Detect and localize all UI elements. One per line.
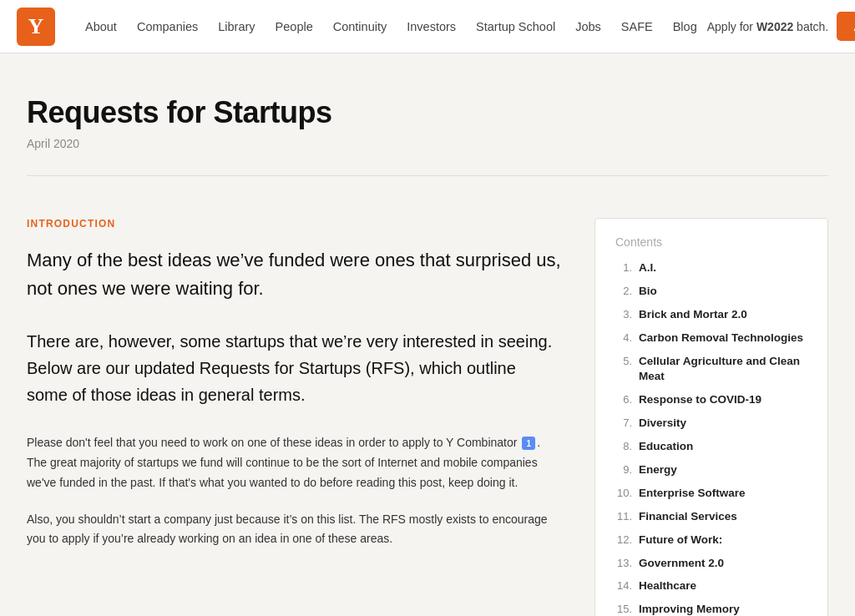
toc-number: 10. (615, 486, 632, 501)
nav-link-safe[interactable]: SAFE (611, 20, 663, 33)
intro-large: Many of the best ideas we’ve funded were… (27, 246, 561, 303)
apply-button[interactable]: Apply (837, 12, 855, 41)
toc-list: 1.A.I.2.Bio3.Brick and Mortar 2.04.Carbo… (615, 260, 807, 616)
toc-box: Contents 1.A.I.2.Bio3.Brick and Mortar 2… (594, 218, 828, 616)
toc-number: 3. (615, 307, 632, 322)
toc-number: 4. (615, 331, 632, 346)
toc-number: 14. (615, 578, 632, 593)
toc-link[interactable]: Cellular Agriculture and Clean Meat (639, 354, 807, 386)
toc-link[interactable]: Energy (639, 462, 677, 478)
footnote-badge: 1 (522, 437, 535, 450)
toc-number: 11. (615, 509, 632, 524)
toc-item: 6.Response to COVID-19 (615, 392, 807, 408)
nav-link-jobs[interactable]: Jobs (565, 20, 611, 33)
intro-medium: There are, however, some startups that w… (27, 328, 561, 408)
toc-link[interactable]: A.I. (639, 260, 656, 276)
toc-item: 4.Carbon Removal Technologies (615, 331, 807, 346)
nav-link-people[interactable]: People (266, 20, 323, 33)
toc-number: 12. (615, 533, 632, 548)
toc-item: 5.Cellular Agriculture and Clean Meat (615, 354, 807, 386)
toc-number: 7. (615, 416, 632, 431)
toc-link[interactable]: Healthcare (639, 578, 696, 594)
toc-number: 6. (615, 392, 632, 407)
page-title: Requests for Startups (27, 95, 828, 130)
nav-link-investors[interactable]: Investors (397, 20, 466, 33)
toc-link[interactable]: Government 2.0 (639, 556, 724, 572)
toc-link[interactable]: Financial Services (639, 509, 737, 525)
toc-item: 10.Enterprise Software (615, 486, 807, 502)
toc-link[interactable]: Improving Memory (639, 602, 740, 616)
toc-item: 15.Improving Memory (615, 602, 807, 616)
logo-letter: Y (28, 16, 44, 38)
content-area: INTRODUCTION Many of the best ideas we’v… (27, 176, 828, 616)
toc-item: 13.Government 2.0 (615, 556, 807, 572)
main-content: INTRODUCTION Many of the best ideas we’v… (27, 218, 561, 616)
toc-number: 1. (615, 260, 632, 275)
nav-links: AboutCompaniesLibraryPeopleContinuityInv… (75, 20, 707, 33)
navbar-right: Apply for W2022 batch. Apply (707, 12, 855, 41)
navbar: Y AboutCompaniesLibraryPeopleContinuityI… (0, 0, 855, 53)
toc-item: 1.A.I. (615, 260, 807, 276)
nav-link-blog[interactable]: Blog (663, 20, 707, 33)
toc-link[interactable]: Carbon Removal Technologies (639, 331, 803, 346)
toc-number: 8. (615, 439, 632, 454)
section-label: INTRODUCTION (27, 218, 561, 230)
toc-link[interactable]: Brick and Mortar 2.0 (639, 307, 747, 323)
nav-link-about[interactable]: About (75, 20, 127, 33)
yc-logo[interactable]: Y (17, 8, 55, 46)
sidebar: Contents 1.A.I.2.Bio3.Brick and Mortar 2… (594, 218, 828, 616)
batch-label: W2022 (756, 20, 793, 33)
toc-item: 12.Future of Work: (615, 533, 807, 548)
toc-item: 3.Brick and Mortar 2.0 (615, 307, 807, 323)
toc-item: 14.Healthcare (615, 578, 807, 594)
toc-number: 2. (615, 284, 632, 299)
body-paragraph-2: Also, you shouldn’t start a company just… (27, 510, 561, 550)
nav-link-startup-school[interactable]: Startup School (466, 20, 565, 33)
toc-item: 8.Education (615, 439, 807, 455)
toc-link[interactable]: Diversity (639, 416, 686, 432)
toc-number: 15. (615, 602, 632, 616)
toc-link[interactable]: Future of Work: (639, 533, 722, 548)
toc-link[interactable]: Response to COVID-19 (639, 392, 761, 408)
page-date: April 2020 (27, 137, 828, 150)
apply-text: Apply for W2022 batch. (707, 20, 829, 33)
body-paragraph-1: Please don't feel that you need to work … (27, 433, 561, 492)
toc-number: 9. (615, 462, 632, 477)
nav-link-library[interactable]: Library (208, 20, 265, 33)
toc-item: 11.Financial Services (615, 509, 807, 525)
page-container: Requests for Startups April 2020 INTRODU… (2, 53, 853, 616)
toc-link[interactable]: Enterprise Software (639, 486, 746, 502)
toc-number: 13. (615, 556, 632, 571)
page-header: Requests for Startups April 2020 (27, 53, 828, 176)
toc-number: 5. (615, 354, 632, 369)
toc-item: 9.Energy (615, 462, 807, 478)
nav-link-continuity[interactable]: Continuity (323, 20, 397, 33)
nav-link-companies[interactable]: Companies (127, 20, 208, 33)
toc-link[interactable]: Bio (639, 284, 657, 300)
toc-item: 2.Bio (615, 284, 807, 300)
toc-item: 7.Diversity (615, 416, 807, 432)
toc-link[interactable]: Education (639, 439, 693, 455)
toc-title: Contents (615, 235, 807, 249)
